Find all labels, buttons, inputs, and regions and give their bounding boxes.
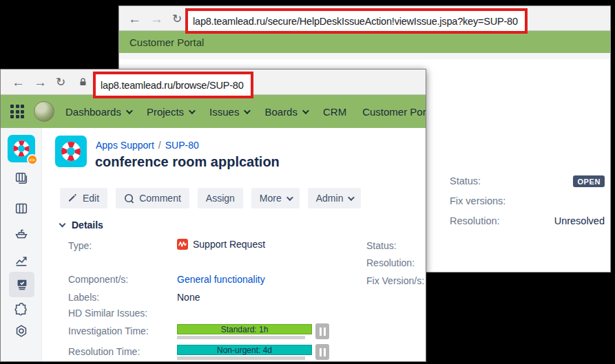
chevron-down-icon (302, 107, 309, 114)
issue-main-panel: Apps Support/SUP-80 conference room appl… (43, 128, 426, 361)
breadcrumb-separator: / (154, 140, 165, 151)
fix-version-label: Fix Version/s: (366, 275, 424, 286)
app-switcher-icon[interactable] (10, 105, 24, 118)
back-icon[interactable]: ← (128, 12, 141, 25)
resolution-label: Resolution: (366, 257, 415, 268)
type-label: Type: (68, 240, 92, 251)
page-divider (119, 53, 610, 59)
project-sidebar: <> (1, 128, 42, 361)
comment-bubble-icon (124, 193, 134, 204)
status-row: Status: OPEN (450, 175, 605, 187)
breadcrumb-project-link[interactable]: Apps Support (96, 140, 154, 151)
component-value: General functionality (177, 274, 265, 285)
customer-portal-banner: Customer Portal (119, 31, 610, 53)
labels-label: Labels: (68, 292, 99, 303)
component-label: Component/s: (68, 274, 128, 285)
resolution-label: Resolution: (450, 215, 500, 226)
customer-portal-banner-label: Customer Portal (129, 36, 204, 48)
nav-boards[interactable]: Boards (264, 106, 307, 118)
url-highlight-box: lap8.teamlead.ru/browse/SUP-80 (93, 72, 253, 98)
breadcrumb-issue-link[interactable]: SUP-80 (165, 140, 199, 151)
screenshot-stage: ← → ↻ lap8.teamlead.ru/secure/HelpDeskIs… (0, 0, 615, 364)
investigation-pause-button[interactable] (315, 323, 329, 339)
address-bar-url[interactable]: lap8.teamlead.ru/browse/SUP-80 (101, 80, 244, 91)
back-icon[interactable]: ← (12, 76, 25, 89)
lock-icon (79, 77, 87, 87)
more-button[interactable]: More (251, 188, 300, 208)
yoda-logo-avatar[interactable] (34, 101, 54, 122)
backlog-icon[interactable] (14, 171, 29, 186)
labels-value: None (177, 292, 200, 303)
chevron-down-icon (59, 221, 66, 228)
lifebuoy-icon (59, 139, 83, 164)
releases-ship-icon[interactable] (14, 226, 29, 241)
settings-hexagon-icon[interactable] (14, 323, 29, 339)
nav-projects[interactable]: Projects (147, 106, 194, 118)
pencil-icon (68, 193, 78, 203)
resolution-row: Resolution: Unresolved (450, 215, 605, 227)
resolution-sla-track (177, 356, 305, 360)
chevron-down-icon (189, 107, 196, 114)
url-highlight-box: lap8.teamlead.ru/secure/HelpDeskIssueAct… (185, 8, 528, 34)
details-section-header[interactable]: Details (60, 220, 103, 231)
type-value: Support Request (177, 239, 265, 250)
support-request-type-icon (177, 239, 188, 250)
fix-versions-label: Fix versions: (450, 195, 505, 206)
address-bar-url[interactable]: lap8.teamlead.ru/secure/HelpDeskIssueAct… (193, 16, 518, 27)
status-badge[interactable]: OPEN (573, 175, 605, 187)
reports-chart-icon[interactable] (14, 253, 29, 268)
component-link[interactable]: General functionality (177, 274, 265, 285)
issue-title: conference room applcation (95, 154, 280, 170)
foreground-browser-window: ← → ↻ lap8.teamlead.ru/browse/SUP-80 Das… (0, 69, 426, 362)
hd-similar-issues-label: HD Similar Issues: (68, 308, 147, 319)
fix-versions-row: Fix versions: (450, 195, 605, 207)
forward-icon[interactable]: → (34, 76, 47, 89)
status-label: Status: (366, 240, 397, 251)
investigation-time-label: Investigation Time: (68, 325, 149, 336)
assign-button[interactable]: Assign (198, 188, 243, 208)
status-label: Status: (450, 175, 481, 186)
issues-icon (14, 277, 30, 292)
admin-button[interactable]: Admin (308, 188, 362, 208)
app-navbar: Dashboards Projects Issues Boards CRM Cu… (1, 95, 426, 128)
issue-status-panel: Status: OPEN Fix versions: Resolution: U… (450, 175, 605, 235)
addons-puzzle-icon[interactable] (14, 301, 29, 317)
action-button-row: Edit Comment Assign More Admin (60, 188, 361, 208)
edit-button[interactable]: Edit (60, 188, 107, 208)
comment-button[interactable]: Comment (116, 188, 189, 208)
chevron-down-icon (126, 107, 133, 114)
investigation-sla-track (177, 336, 305, 339)
nav-crm[interactable]: CRM (323, 106, 346, 118)
issue-project-avatar[interactable] (55, 136, 87, 167)
dev-badge-icon: <> (27, 154, 38, 165)
nav-issues[interactable]: Issues (209, 106, 249, 118)
details-heading: Details (72, 220, 103, 231)
chevron-down-icon (244, 107, 251, 114)
nav-dashboards[interactable]: Dashboards (65, 106, 131, 118)
resolution-pause-button[interactable] (315, 344, 329, 360)
nav-customer-portal[interactable]: Customer Portal (362, 106, 426, 118)
resolution-value: Unresolved (554, 215, 605, 226)
reload-icon[interactable]: ↻ (56, 76, 65, 88)
chevron-down-icon (286, 194, 293, 201)
reload-icon[interactable]: ↻ (172, 12, 182, 24)
board-icon[interactable] (14, 201, 29, 216)
project-avatar[interactable]: <> (8, 135, 35, 162)
forward-icon[interactable]: → (150, 12, 163, 25)
breadcrumb: Apps Support/SUP-80 (96, 140, 199, 151)
investigation-sla-bar: Standard: 1h (177, 324, 312, 334)
resolution-time-label: Resolution Time: (68, 346, 140, 357)
resolution-sla-bar: Non-urgent: 4d (177, 345, 312, 355)
chevron-down-icon (348, 194, 355, 201)
issues-sidebar-selected[interactable] (9, 272, 34, 297)
